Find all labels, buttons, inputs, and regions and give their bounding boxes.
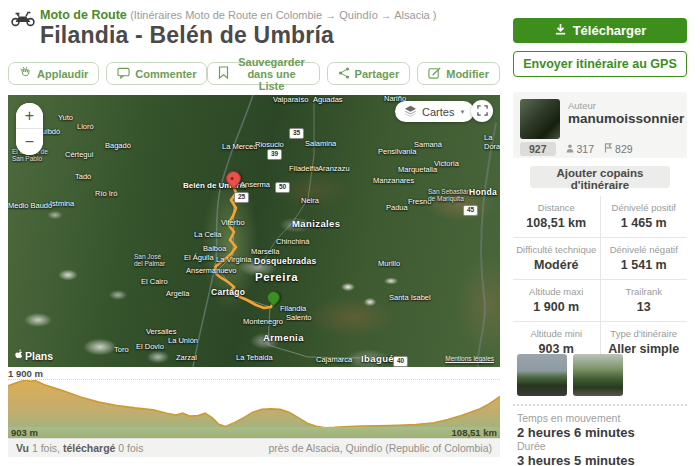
trail-photo-2[interactable] <box>573 354 623 396</box>
author-points-badge[interactable]: 927 <box>520 142 556 156</box>
person-icon <box>566 143 574 155</box>
map-layers-button[interactable]: Cartes ▼ <box>395 101 474 122</box>
apple-maps-attribution[interactable]: Plans <box>14 349 53 362</box>
map-label: Salamina <box>305 140 336 149</box>
comment-icon <box>117 67 130 81</box>
map-label: Armenia <box>263 333 304 344</box>
stat-d-nivel-positif: Dénivelé positif1 465 m <box>601 196 688 237</box>
map-label: Manzanares <box>373 177 414 186</box>
fullscreen-icon <box>477 104 488 119</box>
trail-meta-bar: Vu 1 fois, téléchargé 0 fois près de Als… <box>8 438 500 457</box>
road-shield: 40 <box>393 356 408 367</box>
apple-logo-icon <box>14 349 23 362</box>
route-end-marker[interactable] <box>264 288 282 306</box>
map-label: Balboa <box>203 245 226 254</box>
bookmark-icon <box>218 66 229 81</box>
stat-difficult-technique: Difficulté techniqueModéré <box>513 238 600 279</box>
time-stat-0: Temps en mouvement2 heures 6 minutes <box>517 412 635 440</box>
flag-icon <box>604 143 612 155</box>
map-label: Tadó <box>75 173 91 182</box>
author-counts: 927 317 829 <box>520 142 633 156</box>
route-map[interactable]: YutoLloróQuibdóBagadóCérteguiEl Cañón de… <box>8 95 500 367</box>
map-label: Valparaíso <box>273 96 308 105</box>
road-shield: 39 <box>267 149 282 160</box>
dotted-divider <box>513 404 687 406</box>
highway-line-2 <box>260 99 314 267</box>
breadcrumb-category-link[interactable]: Moto de Route <box>40 8 127 22</box>
legal-notice-link[interactable]: Mentions légales <box>445 355 494 362</box>
clap-icon <box>19 66 32 81</box>
map-label: Zarzal <box>176 354 197 363</box>
map-label: Salento <box>286 314 311 323</box>
map-label: San Sebastián de Mariquita <box>428 188 470 203</box>
map-label: La Celia <box>194 231 222 240</box>
highway-line <box>218 195 361 358</box>
edit-button[interactable]: Modifier <box>417 62 500 85</box>
map-label: Aguadas <box>313 96 343 105</box>
map-label: El Águila <box>184 254 214 263</box>
map-label: Argelia <box>166 290 189 299</box>
map-label: Filandia <box>280 305 306 314</box>
map-label: Manizales <box>292 219 340 230</box>
elevation-max-label: 1 900 m <box>8 368 43 379</box>
download-icon <box>554 23 567 39</box>
fullscreen-button[interactable] <box>471 100 493 122</box>
author-avatar[interactable] <box>520 99 560 139</box>
save-to-list-button[interactable]: Sauvegarder dans une Liste <box>207 62 319 85</box>
map-label: Medio Baudó <box>8 202 52 211</box>
elevation-area <box>8 380 500 428</box>
map-label: Cértegui <box>65 151 93 160</box>
map-label: Yuto <box>58 114 73 123</box>
trail-photo-1[interactable] <box>517 354 567 396</box>
map-label: Lloró <box>77 123 94 132</box>
road-shield: 25 <box>234 192 249 203</box>
map-label: Samaná <box>414 141 442 150</box>
map-label: Padua <box>386 204 408 213</box>
map-label: Río Iró <box>95 190 118 199</box>
road-shield: 50 <box>275 182 290 193</box>
map-label: El Cairo <box>141 278 168 287</box>
map-label: Honda <box>469 188 497 198</box>
map-label: Montenegro <box>243 318 283 327</box>
comment-button[interactable]: Commenter <box>106 62 207 85</box>
elevation-profile-chart[interactable] <box>8 379 500 428</box>
add-trail-buddies-button[interactable]: Ajouter copains d'itinéraire <box>530 166 670 188</box>
road-shield: 35 <box>289 128 304 139</box>
map-label: Istmina <box>50 200 74 209</box>
applaud-button[interactable]: Applaudir <box>8 62 99 85</box>
map-label: Riosucio <box>255 141 284 150</box>
route-start-marker[interactable] <box>223 168 244 189</box>
trail-location: près de Alsacia, Quindío (Republic of Co… <box>268 442 492 454</box>
breadcrumb-trail[interactable]: (Itinéraires Moto de Route en Colombie →… <box>130 9 436 21</box>
map-label: Santa Isabel <box>389 294 431 303</box>
map-label: La Merced <box>222 143 257 152</box>
layers-icon <box>404 105 417 119</box>
author-name[interactable]: manumoissonnier <box>568 111 684 126</box>
author-followers-count[interactable]: 317 <box>566 143 595 155</box>
send-to-gps-button[interactable]: Envoyer itinéraire au GPS <box>513 51 687 77</box>
elevation-min-label: 903 m <box>8 427 41 438</box>
download-button[interactable]: Télécharger <box>513 18 687 43</box>
map-label: La Unión <box>168 337 198 346</box>
map-label: Marquetalia <box>398 166 437 175</box>
author-trails-count[interactable]: 829 <box>604 143 633 155</box>
zoom-in-button[interactable]: + <box>16 103 43 129</box>
map-zoom-control: + − <box>16 103 43 155</box>
author-card: Auteur manumoissonnier 927 317 829 <box>513 92 687 158</box>
stat-d-nivel-n-gatif: Dénivelé négatif1 541 m <box>601 238 688 279</box>
map-label: Anserma <box>240 181 270 190</box>
zoom-out-button[interactable]: − <box>16 129 43 155</box>
road-shield: 45 <box>463 205 478 216</box>
stat-altitude-maxi: Altitude maxi1 900 m <box>513 280 600 321</box>
share-button[interactable]: Partager <box>327 62 411 85</box>
trail-photos <box>517 354 623 396</box>
map-label: Pensilvania <box>378 148 416 157</box>
page-title: Filandia - Belén de Umbría <box>40 22 334 49</box>
map-label: Aranzazu <box>318 165 350 174</box>
main-column: Moto de Route (Itinéraires Moto de Route… <box>8 0 500 466</box>
map-label: Chinchiná <box>276 238 309 247</box>
map-label: Cajamarca <box>316 356 352 365</box>
route-polyline[interactable] <box>214 185 273 308</box>
chevron-down-icon: ▼ <box>459 109 465 115</box>
map-label: Viterbo <box>221 219 245 228</box>
